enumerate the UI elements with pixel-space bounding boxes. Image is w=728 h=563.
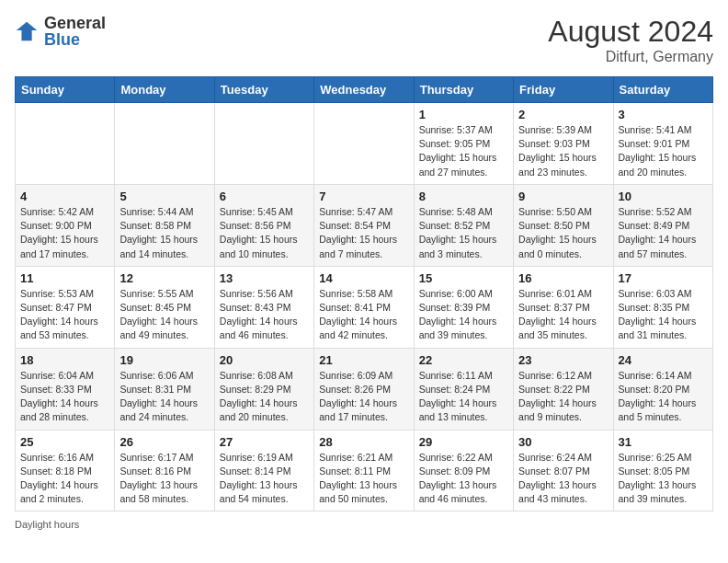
calendar-cell: 29Sunrise: 6:22 AM Sunset: 8:09 PM Dayli… [414, 430, 513, 511]
logo-text: General Blue [44, 15, 106, 48]
calendar-cell [214, 103, 313, 185]
day-number: 1 [419, 108, 508, 121]
day-info: Sunrise: 6:09 AM Sunset: 8:26 PM Dayligh… [319, 369, 408, 425]
calendar-cell: 10Sunrise: 5:52 AM Sunset: 8:49 PM Dayli… [613, 184, 712, 266]
day-of-week-header: Friday [514, 77, 613, 103]
day-info: Sunrise: 5:48 AM Sunset: 8:52 PM Dayligh… [419, 205, 508, 261]
day-info: Sunrise: 5:50 AM Sunset: 8:50 PM Dayligh… [518, 205, 608, 261]
day-number: 30 [518, 435, 608, 449]
logo-general-text: General [44, 15, 106, 31]
day-number: 11 [20, 271, 109, 285]
day-number: 14 [319, 271, 408, 285]
day-number: 9 [518, 190, 608, 203]
logo-icon [15, 18, 40, 44]
day-info: Sunrise: 6:25 AM Sunset: 8:05 PM Dayligh… [619, 451, 708, 507]
calendar-cell: 4Sunrise: 5:42 AM Sunset: 9:00 PM Daylig… [16, 184, 115, 266]
day-number: 23 [518, 353, 608, 367]
day-number: 20 [220, 353, 309, 367]
footer-note: Daylight hours [15, 519, 713, 530]
day-info: Sunrise: 5:41 AM Sunset: 9:01 PM Dayligh… [619, 123, 708, 179]
calendar-cell: 26Sunrise: 6:17 AM Sunset: 8:16 PM Dayli… [115, 430, 214, 511]
day-info: Sunrise: 5:45 AM Sunset: 8:56 PM Dayligh… [220, 205, 309, 261]
day-of-week-header: Wednesday [314, 77, 414, 103]
calendar-cell: 21Sunrise: 6:09 AM Sunset: 8:26 PM Dayli… [314, 348, 414, 430]
day-info: Sunrise: 5:53 AM Sunset: 8:47 PM Dayligh… [20, 287, 109, 343]
day-info: Sunrise: 6:00 AM Sunset: 8:39 PM Dayligh… [419, 287, 508, 343]
calendar-week-row: 4Sunrise: 5:42 AM Sunset: 9:00 PM Daylig… [16, 184, 713, 266]
calendar-cell: 19Sunrise: 6:06 AM Sunset: 8:31 PM Dayli… [115, 348, 214, 430]
logo: General Blue [15, 15, 106, 48]
calendar-cell [115, 103, 214, 185]
calendar-cell: 27Sunrise: 6:19 AM Sunset: 8:14 PM Dayli… [214, 430, 313, 511]
day-info: Sunrise: 6:17 AM Sunset: 8:16 PM Dayligh… [119, 451, 209, 507]
day-info: Sunrise: 6:24 AM Sunset: 8:07 PM Dayligh… [518, 451, 608, 507]
calendar-cell: 22Sunrise: 6:11 AM Sunset: 8:24 PM Dayli… [414, 348, 513, 430]
day-number: 22 [419, 353, 508, 367]
calendar-cell: 12Sunrise: 5:55 AM Sunset: 8:45 PM Dayli… [115, 266, 214, 348]
day-info: Sunrise: 5:47 AM Sunset: 8:54 PM Dayligh… [319, 205, 408, 261]
day-number: 25 [20, 435, 109, 449]
day-number: 29 [419, 435, 508, 449]
day-of-week-header: Tuesday [214, 77, 313, 103]
calendar-header: SundayMondayTuesdayWednesdayThursdayFrid… [16, 77, 713, 103]
calendar-cell: 3Sunrise: 5:41 AM Sunset: 9:01 PM Daylig… [613, 103, 712, 185]
day-number: 15 [419, 271, 508, 285]
day-info: Sunrise: 6:16 AM Sunset: 8:18 PM Dayligh… [20, 451, 109, 507]
day-of-week-header: Monday [115, 77, 214, 103]
calendar-cell: 28Sunrise: 6:21 AM Sunset: 8:11 PM Dayli… [314, 430, 414, 511]
day-info: Sunrise: 5:56 AM Sunset: 8:43 PM Dayligh… [220, 287, 309, 343]
calendar-table: SundayMondayTuesdayWednesdayThursdayFrid… [15, 76, 713, 511]
day-number: 3 [619, 108, 708, 121]
day-number: 28 [319, 435, 408, 449]
day-info: Sunrise: 6:04 AM Sunset: 8:33 PM Dayligh… [20, 369, 109, 425]
calendar-cell: 14Sunrise: 5:58 AM Sunset: 8:41 PM Dayli… [314, 266, 414, 348]
calendar-cell: 6Sunrise: 5:45 AM Sunset: 8:56 PM Daylig… [214, 184, 313, 266]
calendar-cell: 23Sunrise: 6:12 AM Sunset: 8:22 PM Dayli… [514, 348, 613, 430]
day-info: Sunrise: 5:42 AM Sunset: 9:00 PM Dayligh… [20, 205, 109, 261]
calendar-cell: 25Sunrise: 6:16 AM Sunset: 8:18 PM Dayli… [16, 430, 115, 511]
day-info: Sunrise: 6:11 AM Sunset: 8:24 PM Dayligh… [419, 369, 508, 425]
calendar-cell: 1Sunrise: 5:37 AM Sunset: 9:05 PM Daylig… [414, 103, 513, 185]
calendar-cell: 16Sunrise: 6:01 AM Sunset: 8:37 PM Dayli… [514, 266, 613, 348]
calendar-week-row: 1Sunrise: 5:37 AM Sunset: 9:05 PM Daylig… [16, 103, 713, 185]
day-number: 27 [220, 435, 309, 449]
calendar-week-row: 18Sunrise: 6:04 AM Sunset: 8:33 PM Dayli… [16, 348, 713, 430]
day-info: Sunrise: 6:14 AM Sunset: 8:20 PM Dayligh… [619, 369, 708, 425]
day-number: 10 [619, 190, 708, 203]
calendar-cell: 9Sunrise: 5:50 AM Sunset: 8:50 PM Daylig… [514, 184, 613, 266]
calendar-cell: 2Sunrise: 5:39 AM Sunset: 9:03 PM Daylig… [514, 103, 613, 185]
day-info: Sunrise: 6:22 AM Sunset: 8:09 PM Dayligh… [419, 451, 508, 507]
day-number: 24 [619, 353, 708, 367]
day-info: Sunrise: 5:44 AM Sunset: 8:58 PM Dayligh… [119, 205, 209, 261]
page-header: General Blue August 2024 Ditfurt, German… [15, 15, 713, 65]
day-info: Sunrise: 6:12 AM Sunset: 8:22 PM Dayligh… [518, 369, 608, 425]
calendar-cell: 31Sunrise: 6:25 AM Sunset: 8:05 PM Dayli… [613, 430, 712, 511]
day-number: 26 [119, 435, 209, 449]
calendar-cell: 7Sunrise: 5:47 AM Sunset: 8:54 PM Daylig… [314, 184, 414, 266]
calendar-cell: 30Sunrise: 6:24 AM Sunset: 8:07 PM Dayli… [514, 430, 613, 511]
logo-blue-text: Blue [44, 31, 106, 48]
calendar-body: 1Sunrise: 5:37 AM Sunset: 9:05 PM Daylig… [16, 103, 713, 511]
day-info: Sunrise: 6:01 AM Sunset: 8:37 PM Dayligh… [518, 287, 608, 343]
day-number: 17 [619, 271, 708, 285]
day-info: Sunrise: 6:03 AM Sunset: 8:35 PM Dayligh… [619, 287, 708, 343]
day-number: 16 [518, 271, 608, 285]
day-number: 6 [220, 190, 309, 203]
svg-marker-0 [17, 22, 37, 41]
day-number: 18 [20, 353, 109, 367]
day-number: 2 [518, 108, 608, 121]
day-info: Sunrise: 5:37 AM Sunset: 9:05 PM Dayligh… [419, 123, 508, 179]
calendar-cell: 18Sunrise: 6:04 AM Sunset: 8:33 PM Dayli… [16, 348, 115, 430]
calendar-cell: 13Sunrise: 5:56 AM Sunset: 8:43 PM Dayli… [214, 266, 313, 348]
calendar-cell: 17Sunrise: 6:03 AM Sunset: 8:35 PM Dayli… [613, 266, 712, 348]
day-number: 12 [119, 271, 209, 285]
day-number: 5 [119, 190, 209, 203]
calendar-cell: 24Sunrise: 6:14 AM Sunset: 8:20 PM Dayli… [613, 348, 712, 430]
day-number: 31 [619, 435, 708, 449]
day-number: 19 [119, 353, 209, 367]
calendar-cell [16, 103, 115, 185]
calendar-cell [314, 103, 414, 185]
day-of-week-header: Saturday [613, 77, 712, 103]
day-number: 7 [319, 190, 408, 203]
day-info: Sunrise: 5:58 AM Sunset: 8:41 PM Dayligh… [319, 287, 408, 343]
